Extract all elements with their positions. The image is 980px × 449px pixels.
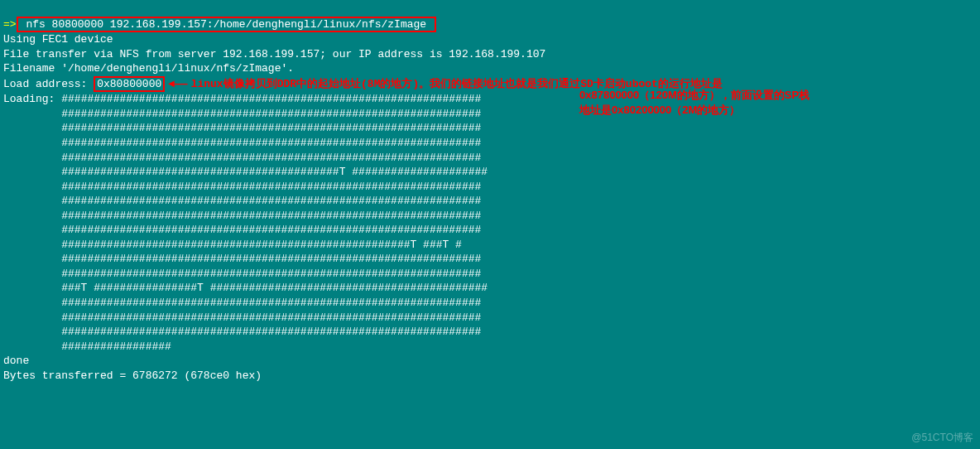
progress-row: ########################################… — [61, 122, 481, 134]
progress-row: ################# — [61, 340, 171, 353]
terminal-output: => nfs 80800000 192.168.199.157:/home/de… — [0, 0, 980, 384]
done-line: done — [3, 355, 29, 367]
annotation-text-3: 地址是0x80200000（2M的地方） — [579, 103, 968, 118]
progress-row: ########################################… — [61, 181, 481, 193]
progress-row: ########################################… — [61, 311, 481, 324]
output-line-filename: Filename '/home/denghengli/linux/nfs/zIm… — [3, 62, 294, 75]
output-line-device: Using FEC1 device — [3, 33, 113, 46]
load-address-value: 0x80800000 — [94, 76, 165, 93]
arrow-icon: ◄—— — [168, 78, 187, 90]
progress-row: ########################################… — [61, 253, 481, 265]
progress-row: ########################################… — [61, 93, 481, 105]
prompt: => — [3, 18, 17, 31]
progress-row: ########################################… — [61, 210, 481, 222]
progress-row: ########################################… — [61, 108, 481, 120]
progress-row: ########################################… — [61, 239, 462, 251]
progress-row: ########################################… — [61, 297, 481, 309]
annotation-text-2: 0x87800000（120M的地方），前面设置的SP栈 — [579, 88, 968, 103]
watermark: @51CTO博客 — [911, 431, 973, 444]
progress-row: ########################################… — [61, 152, 481, 164]
progress-row: ########################################… — [61, 268, 481, 280]
progress-row: ########################################… — [61, 137, 481, 149]
command-highlight: nfs 80800000 192.168.199.157:/home/dengh… — [17, 17, 436, 33]
progress-row: ########################################… — [61, 326, 481, 338]
bytes-line: Bytes transferred = 6786272 (678ce0 hex) — [3, 369, 262, 382]
progress-row: ########################################… — [61, 166, 488, 178]
progress-row: ########################################… — [61, 224, 481, 236]
output-line-transfer: File transfer via NFS from server 192.16… — [3, 48, 545, 60]
load-address-label: Load address: — [3, 78, 94, 90]
progress-row: ########################################… — [61, 195, 481, 207]
progress-row: ###T ################T #################… — [61, 282, 488, 294]
loading-label: Loading: — [3, 93, 55, 105]
